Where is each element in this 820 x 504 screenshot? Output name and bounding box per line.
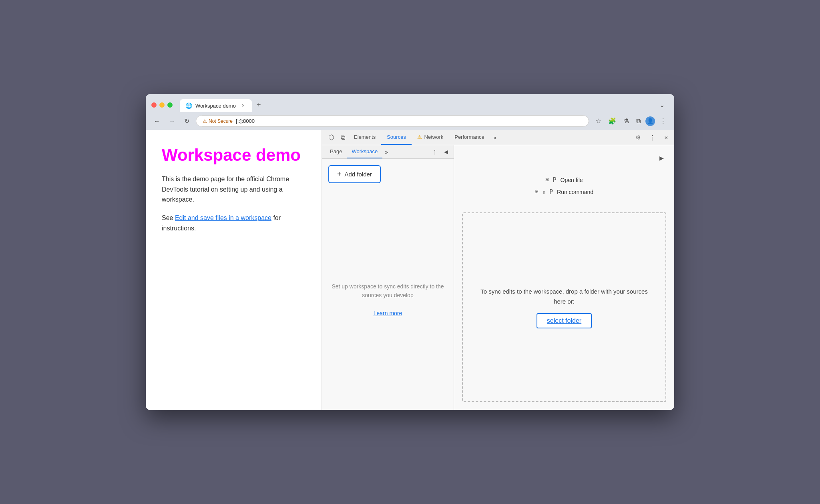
- workspace-tutorial-link[interactable]: Edit and save files in a workspace: [175, 214, 271, 221]
- profile-button[interactable]: 👤: [645, 116, 655, 126]
- more-sub-tabs-button[interactable]: »: [382, 147, 390, 157]
- panel-collapse-left-button[interactable]: ◀: [442, 147, 450, 156]
- tab-sources-label: Sources: [387, 134, 406, 140]
- tab-sources[interactable]: Sources: [381, 130, 412, 145]
- add-folder-button[interactable]: + Add folder: [328, 165, 381, 183]
- page-content: Workspace demo This is the demo page for…: [146, 130, 322, 410]
- tab-title: Workspace demo: [195, 103, 236, 109]
- shortcut-run-command-action: Run command: [557, 189, 593, 195]
- panel-collapse-right-button[interactable]: ▶: [657, 153, 666, 163]
- devtools-panel: ⬡ ⧉ Elements Sources ⚠ Network Performan…: [322, 130, 674, 410]
- split-button[interactable]: ⧉: [634, 116, 643, 126]
- minimize-window-button[interactable]: [159, 102, 165, 108]
- select-folder-button[interactable]: select folder: [537, 313, 592, 328]
- traffic-lights: [151, 102, 173, 108]
- extensions-button[interactable]: 🧩: [606, 116, 619, 126]
- page-description: This is the demo page for the official C…: [162, 174, 305, 205]
- devtools-close-button[interactable]: ×: [661, 132, 671, 143]
- sub-tab-workspace-label: Workspace: [352, 148, 378, 154]
- devtools-more-options-button[interactable]: ⋮: [646, 132, 659, 144]
- tab-close-button[interactable]: ×: [240, 102, 246, 109]
- workspace-empty-text: Set up workspace to sync edits directly …: [330, 282, 446, 300]
- bookmark-button[interactable]: ☆: [593, 116, 603, 126]
- page-title: Workspace demo: [162, 146, 305, 164]
- shortcut-run-command: ⌘ ⇧ P Run command: [535, 188, 593, 196]
- drop-zone[interactable]: To sync edits to the workspace, drop a f…: [462, 212, 666, 402]
- learn-more-link[interactable]: Learn more: [374, 309, 402, 318]
- browser-window: 🌐 Workspace demo × + ⌄ ← → ↻ ⚠ Not Secur…: [146, 94, 674, 410]
- tab-elements[interactable]: Elements: [348, 130, 381, 145]
- security-label: Not Secure: [209, 118, 233, 124]
- address-bar: ← → ↻ ⚠ Not Secure [::]:8000 ☆ 🧩 ⚗ ⧉ 👤 ⋮: [146, 112, 674, 130]
- network-warning-icon: ⚠: [417, 134, 422, 140]
- main-area: Workspace demo This is the demo page for…: [146, 130, 674, 410]
- sub-tab-workspace[interactable]: Workspace: [347, 145, 382, 158]
- profile-icon-symbol: 👤: [647, 118, 653, 124]
- url-bar[interactable]: ⚠ Not Secure [::]:8000: [196, 115, 589, 127]
- devtools-settings-button[interactable]: ⚙: [632, 132, 644, 144]
- sub-menu-button[interactable]: ⋮: [430, 147, 440, 157]
- add-folder-label: Add folder: [345, 171, 372, 178]
- devtools-tab-bar: ⬡ ⧉ Elements Sources ⚠ Network Performan…: [322, 130, 674, 145]
- url-address: [::]:8000: [236, 118, 255, 124]
- drop-zone-text: To sync edits to the workspace, drop a f…: [475, 286, 653, 307]
- tab-network-label: Network: [424, 134, 444, 140]
- sub-tab-page-label: Page: [330, 148, 342, 154]
- more-devtools-tabs-button[interactable]: »: [490, 132, 500, 143]
- devtools-right-panel: ▶ ⌘ P Open file ⌘ ⇧ P Run command: [454, 145, 674, 410]
- reload-button[interactable]: ↻: [182, 116, 192, 126]
- sub-tab-page[interactable]: Page: [325, 145, 347, 158]
- keyboard-shortcuts: ⌘ P Open file ⌘ ⇧ P Run command: [462, 176, 666, 200]
- browser-tab-active[interactable]: 🌐 Workspace demo ×: [180, 99, 252, 112]
- forward-button[interactable]: →: [167, 116, 178, 126]
- title-bar: 🌐 Workspace demo × + ⌄: [146, 94, 674, 112]
- tab-network[interactable]: ⚠ Network: [412, 130, 449, 145]
- warning-icon: ⚠: [203, 118, 207, 124]
- lab-button[interactable]: ⚗: [621, 116, 631, 126]
- new-tab-button[interactable]: +: [252, 98, 266, 112]
- devtools-left-panel: Page Workspace » ⋮ ◀ +: [322, 145, 454, 410]
- devtools-sub-tab-bar: Page Workspace » ⋮ ◀: [322, 145, 454, 159]
- menu-button[interactable]: ⋮: [657, 116, 669, 126]
- shortcut-run-command-key: ⌘ ⇧ P: [535, 188, 553, 196]
- tab-performance[interactable]: Performance: [449, 130, 490, 145]
- tab-elements-label: Elements: [354, 134, 376, 140]
- devtools-toolbar-icons: ⚙ ⋮ ×: [632, 132, 671, 144]
- workspace-empty-state: Set up workspace to sync edits directly …: [322, 190, 454, 410]
- shortcut-open-file-action: Open file: [561, 177, 583, 183]
- back-button[interactable]: ←: [151, 116, 163, 126]
- tab-favicon: 🌐: [185, 102, 192, 109]
- shortcut-open-file-key: ⌘ P: [545, 176, 556, 184]
- tab-dropdown-button[interactable]: ⌄: [655, 98, 669, 112]
- tab-performance-label: Performance: [454, 134, 484, 140]
- inspect-element-button[interactable]: ⬡: [325, 131, 338, 144]
- tab-bar: 🌐 Workspace demo × +: [180, 98, 651, 112]
- sub-panel-icons: ⋮ ◀: [430, 147, 450, 157]
- close-window-button[interactable]: [151, 102, 157, 108]
- shortcut-open-file: ⌘ P Open file: [545, 176, 583, 184]
- device-toggle-button[interactable]: ⧉: [338, 132, 348, 144]
- browser-toolbar: ☆ 🧩 ⚗ ⧉ 👤 ⋮: [593, 116, 669, 126]
- page-link-paragraph: See Edit and save files in a workspace f…: [162, 213, 305, 233]
- add-folder-plus-icon: +: [337, 170, 342, 178]
- devtools-body: Page Workspace » ⋮ ◀ +: [322, 145, 674, 410]
- page-link-prefix: See: [162, 214, 175, 221]
- security-indicator: ⚠ Not Secure: [203, 118, 233, 124]
- maximize-window-button[interactable]: [167, 102, 173, 108]
